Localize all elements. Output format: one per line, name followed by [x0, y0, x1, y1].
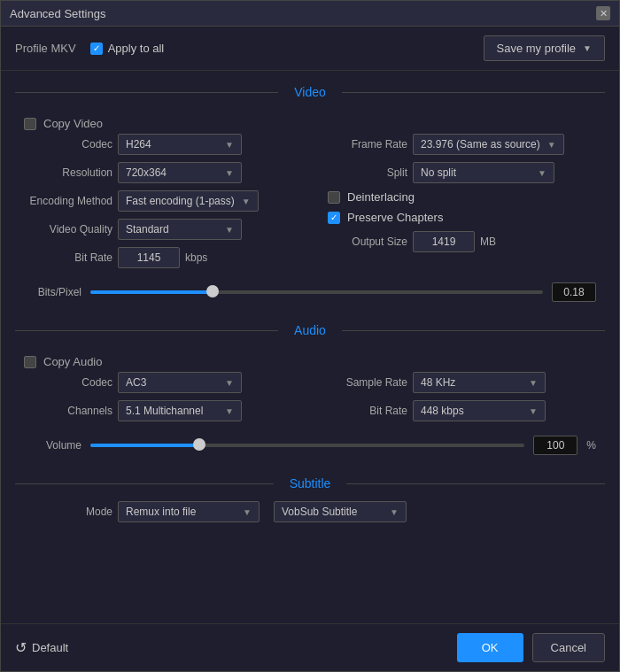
- content-area: Video Copy Video Codec H264 ▼ Resolution: [1, 71, 619, 623]
- encoding-method-select[interactable]: Fast encoding (1-pass) ▼: [118, 190, 259, 212]
- top-bar: Profile MKV Apply to all Save my profile…: [1, 27, 619, 71]
- ok-button[interactable]: OK: [457, 633, 523, 662]
- split-label: Split: [319, 166, 407, 179]
- audio-bitrate-label: Bit Rate: [319, 405, 407, 417]
- bits-per-pixel-slider[interactable]: [90, 290, 543, 295]
- quality-arrow-icon: ▼: [225, 225, 234, 235]
- codec-value: H264: [126, 138, 151, 151]
- subtitle-type-select[interactable]: VobSub Subtitle ▼: [274, 501, 407, 522]
- bits-per-pixel-slider-container: Bits/Pixel 0.18: [15, 275, 605, 309]
- preserve-chapters-checkbox[interactable]: [328, 212, 340, 224]
- save-profile-button[interactable]: Save my profile ▼: [484, 35, 606, 61]
- video-quality-select[interactable]: Standard ▼: [118, 219, 242, 240]
- profile-area: Profile MKV Apply to all: [15, 42, 164, 55]
- resolution-label: Resolution: [24, 166, 112, 179]
- resolution-value: 720x364: [126, 166, 167, 179]
- title-bar: Advanced Settings ✕: [1, 1, 619, 27]
- audio-bitrate-row: Bit Rate 448 kbps ▼: [310, 400, 605, 421]
- action-buttons: OK Cancel: [457, 633, 605, 662]
- volume-value: 100: [533, 436, 577, 455]
- channels-arrow-icon: ▼: [225, 406, 234, 416]
- audio-settings-columns: Codec AC3 ▼ Channels 5.1 Multichannel ▼: [15, 372, 605, 429]
- preserve-chapters-label: Preserve Chapters: [347, 211, 443, 224]
- main-window: Advanced Settings ✕ Profile MKV Apply to…: [0, 0, 620, 672]
- apply-all-control: Apply to all: [90, 42, 165, 55]
- encoding-arrow-icon: ▼: [242, 197, 251, 206]
- subtitle-section-header: Subtitle: [15, 476, 605, 490]
- sample-rate-value: 48 KHz: [421, 376, 455, 389]
- video-section-header: Video: [15, 85, 605, 99]
- channels-select[interactable]: 5.1 Multichannel ▼: [118, 400, 242, 421]
- bit-rate-input[interactable]: 1145: [118, 247, 180, 268]
- subtitle-mode-value: Remux into file: [126, 506, 196, 518]
- bottom-bar: ↺ Default OK Cancel: [1, 623, 619, 671]
- output-size-input[interactable]: 1419: [413, 231, 475, 252]
- audio-line-left: [15, 330, 278, 331]
- video-left-col: Codec H264 ▼ Resolution 720x364 ▼ Encodi…: [15, 134, 310, 275]
- subtitle-line-right: [346, 483, 605, 484]
- default-button[interactable]: ↺ Default: [15, 639, 68, 656]
- apply-all-checkbox[interactable]: [90, 42, 103, 55]
- audio-codec-row: Codec AC3 ▼: [15, 372, 310, 393]
- audio-codec-select[interactable]: AC3 ▼: [118, 372, 242, 393]
- bit-rate-label: Bit Rate: [24, 251, 112, 264]
- output-size-row: Output Size 1419 MB: [310, 231, 605, 252]
- subtitle-line-left: [15, 483, 274, 484]
- resolution-row: Resolution 720x364 ▼: [15, 162, 310, 183]
- window-title: Advanced Settings: [10, 7, 105, 20]
- close-button[interactable]: ✕: [596, 6, 610, 20]
- slider-fill: [90, 290, 213, 294]
- resolution-select[interactable]: 720x364 ▼: [118, 162, 242, 183]
- copy-audio-row: Copy Audio: [15, 348, 605, 372]
- volume-slider[interactable]: [90, 443, 524, 448]
- frame-rate-arrow-icon: ▼: [547, 140, 556, 150]
- audio-left-col: Codec AC3 ▼ Channels 5.1 Multichannel ▼: [15, 372, 310, 429]
- sample-rate-arrow-icon: ▼: [529, 378, 538, 388]
- sample-rate-row: Sample Rate 48 KHz ▼: [310, 372, 605, 393]
- audio-bitrate-arrow-icon: ▼: [529, 406, 538, 416]
- deinterlacing-row: Deinterlacing: [310, 190, 605, 204]
- copy-video-row: Copy Video: [15, 110, 605, 134]
- volume-slider-thumb[interactable]: [193, 438, 205, 451]
- profile-label: Profile MKV: [15, 42, 76, 55]
- output-size-label: Output Size: [319, 236, 407, 248]
- copy-audio-checkbox[interactable]: [24, 356, 36, 368]
- save-profile-label: Save my profile: [497, 42, 577, 55]
- subtitle-mode-row: Mode Remux into file ▼ VobSub Subtitle ▼: [15, 501, 605, 522]
- subtitle-mode-arrow-icon: ▼: [243, 507, 252, 517]
- reset-icon: ↺: [15, 639, 27, 656]
- save-profile-arrow-icon: ▼: [583, 43, 592, 53]
- codec-select[interactable]: H264 ▼: [118, 134, 242, 155]
- audio-bitrate-select[interactable]: 448 kbps ▼: [413, 400, 546, 421]
- subtitle-mode-label: Mode: [24, 506, 112, 518]
- sample-rate-select[interactable]: 48 KHz ▼: [413, 372, 546, 393]
- volume-label: Volume: [24, 439, 81, 452]
- copy-audio-label: Copy Audio: [43, 355, 103, 368]
- video-right-col: Frame Rate 23.976 (Same as source) ▼ Spl…: [310, 134, 605, 275]
- subtitle-type-value: VobSub Subtitle: [282, 506, 357, 518]
- frame-rate-label: Frame Rate: [319, 138, 407, 151]
- frame-rate-select[interactable]: 23.976 (Same as source) ▼: [413, 134, 564, 155]
- split-value: No split: [421, 166, 456, 179]
- channels-row: Channels 5.1 Multichannel ▼: [15, 400, 310, 421]
- encoding-method-label: Encoding Method: [24, 195, 112, 207]
- video-settings-columns: Codec H264 ▼ Resolution 720x364 ▼ Encodi…: [15, 134, 605, 275]
- audio-codec-arrow-icon: ▼: [225, 378, 234, 388]
- audio-codec-label: Codec: [24, 376, 112, 389]
- copy-video-checkbox[interactable]: [24, 118, 36, 130]
- codec-arrow-icon: ▼: [225, 140, 234, 150]
- deinterlacing-checkbox[interactable]: [328, 191, 340, 204]
- video-line-right: [342, 92, 605, 93]
- bitrate-row: Bit Rate 1145 kbps: [15, 247, 310, 268]
- video-quality-value: Standard: [126, 223, 169, 236]
- split-row: Split No split ▼: [310, 162, 605, 183]
- slider-thumb[interactable]: [206, 285, 219, 297]
- split-select[interactable]: No split ▼: [413, 162, 554, 183]
- subtitle-mode-select[interactable]: Remux into file ▼: [118, 501, 260, 522]
- bit-rate-unit: kbps: [185, 251, 207, 264]
- cancel-button[interactable]: Cancel: [532, 633, 605, 662]
- audio-line-right: [342, 330, 605, 331]
- sample-rate-label: Sample Rate: [319, 376, 407, 389]
- subtitle-type-arrow-icon: ▼: [390, 507, 399, 517]
- encoding-method-value: Fast encoding (1-pass): [126, 195, 235, 207]
